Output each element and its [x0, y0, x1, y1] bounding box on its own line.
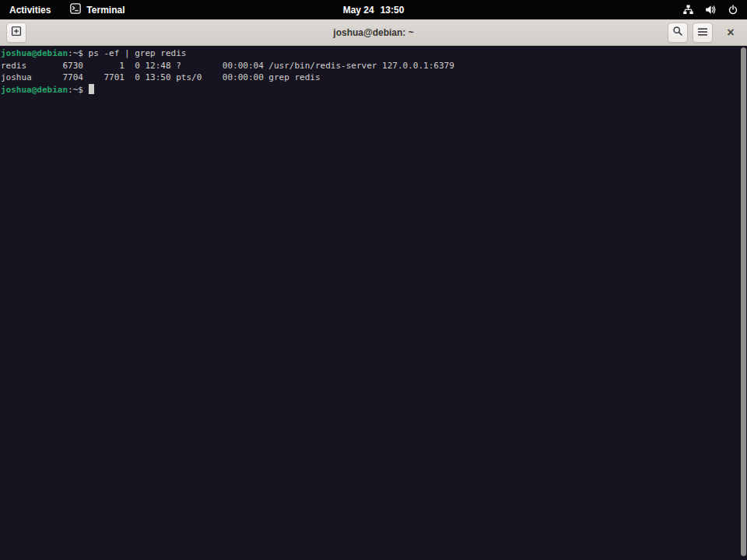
- prompt-suffix: :~$: [68, 48, 89, 58]
- prompt-user-host: joshua@debian: [1, 85, 68, 95]
- clock-date: May 24: [343, 5, 374, 16]
- terminal-scrollbar[interactable]: [739, 46, 747, 560]
- power-icon: [728, 5, 738, 16]
- terminal-line-command: joshua@debian:~$ ps -ef | grep redis: [1, 47, 739, 60]
- focused-app-label: Terminal: [86, 5, 124, 16]
- menu-button[interactable]: [693, 23, 713, 43]
- clock-time: 13:50: [381, 5, 405, 16]
- system-status-area[interactable]: [682, 0, 738, 19]
- terminal-app-icon: [70, 3, 81, 16]
- wired-network-icon: [682, 5, 694, 15]
- headerbar-controls: ×: [668, 23, 739, 43]
- terminal-content[interactable]: joshua@debian:~$ ps -ef | grep redis red…: [0, 46, 747, 560]
- activities-button[interactable]: Activities: [9, 0, 51, 19]
- prompt-user-host: joshua@debian: [1, 48, 68, 58]
- clock-button[interactable]: May 24 13:50: [343, 0, 405, 19]
- window-title: joshua@debian: ~: [333, 27, 413, 38]
- gnome-top-bar: Activities Terminal May 24 13:50: [0, 0, 747, 19]
- prompt-suffix: :~$: [68, 85, 89, 95]
- terminal-output-line: redis 6730 1 0 12:48 ? 00:00:04 /usr/bin…: [1, 60, 739, 72]
- focused-app-menu[interactable]: Terminal: [70, 0, 124, 19]
- terminal-headerbar: joshua@debian: ~ ×: [0, 19, 747, 46]
- close-icon: ×: [727, 26, 734, 39]
- search-button[interactable]: [668, 23, 688, 43]
- command-text: ps -ef | grep redis: [89, 48, 187, 58]
- scrollbar-thumb[interactable]: [741, 47, 746, 556]
- terminal-line-prompt: joshua@debian:~$: [1, 84, 739, 96]
- new-tab-icon: [11, 26, 22, 40]
- search-icon: [672, 26, 683, 40]
- close-button[interactable]: ×: [722, 24, 739, 41]
- new-tab-button[interactable]: [6, 23, 26, 43]
- hamburger-menu-icon: [697, 26, 708, 40]
- terminal-output-line: joshua 7704 7701 0 13:50 pts/0 00:00:00 …: [1, 72, 739, 84]
- terminal-cursor: [89, 84, 94, 94]
- volume-icon: [705, 5, 717, 15]
- activities-label: Activities: [9, 5, 51, 16]
- topbar-left: Activities Terminal: [0, 0, 124, 19]
